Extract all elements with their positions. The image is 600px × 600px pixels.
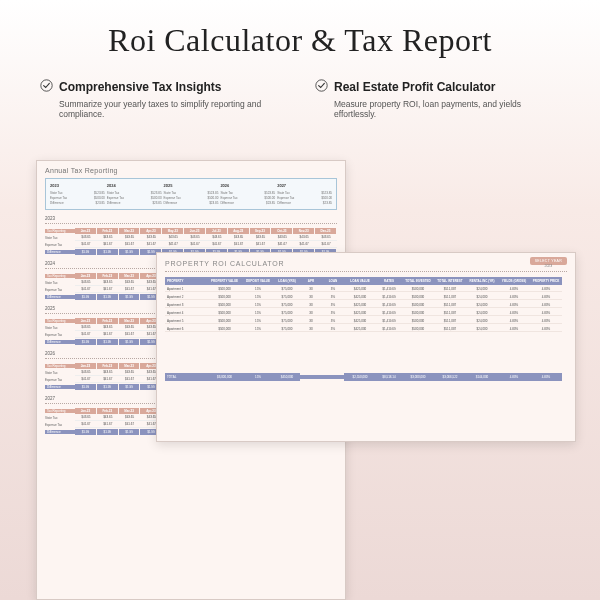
roi-cell: $511,087 [434, 295, 466, 300]
tax-cell: $41.67 [140, 241, 162, 248]
tax-cell: $43.65 [140, 234, 162, 241]
roi-cell: $425,000 [344, 287, 376, 292]
tax-cell: Jan-23 [75, 318, 96, 324]
roi-cell: TOTAL INVESTED [402, 277, 434, 285]
roi-cell: 4.80% [498, 327, 530, 332]
roi-cell: 4.80% [530, 311, 562, 316]
feature-desc: Summarize your yearly taxes to simplify … [59, 99, 285, 119]
roi-cell: 30 [300, 311, 322, 316]
tax-row-label: Tax Reporting [45, 319, 75, 323]
roi-cell: 15% [242, 319, 274, 324]
roi-cell: $2,550,000 [344, 373, 376, 381]
roi-data-row: Apartment 6$500,00015%$75,000303%$425,00… [165, 325, 567, 333]
check-icon [40, 79, 53, 95]
roi-cell: Apartment 6 [165, 327, 207, 332]
roi-cell: 3% [322, 311, 344, 316]
tax-cell: $41.67 [119, 421, 141, 428]
tax-cell: $43.65 [228, 234, 250, 241]
roi-data-row: Apartment 4$500,00015%$75,000303%$425,00… [165, 309, 567, 317]
roi-cell: $3,066,522 [434, 373, 466, 381]
roi-cell: $425,000 [344, 303, 376, 308]
tax-cell: $43.65 [75, 279, 97, 286]
tax-cell: $1.99 [75, 384, 96, 390]
tax-cell: $43.65 [250, 234, 272, 241]
tax-row-label: State Tax [45, 416, 75, 420]
tax-cell: Jul-23 [206, 228, 227, 234]
tax-cell: $1.99 [119, 429, 140, 435]
roi-cell: $75,000 [274, 295, 300, 300]
summary-col: 2027State Tax$523.85Expense Tax$500.00Di… [277, 183, 332, 205]
tax-row-label: Tax Reporting [45, 229, 75, 233]
tax-cell: $43.65 [184, 234, 206, 241]
roi-cell: $24,000 [466, 327, 498, 332]
tax-cell: $41.67 [75, 331, 97, 338]
tax-row-label: State Tax [45, 236, 75, 240]
roi-cell: TOTAL [165, 373, 207, 381]
tax-cell: $43.65 [97, 369, 119, 376]
roi-cell: $3,000,000 [207, 373, 242, 381]
roi-cell: 4.80% [498, 373, 530, 381]
tax-cell: $41.67 [97, 376, 119, 383]
tax-cell: $41.67 [119, 331, 141, 338]
roi-cell: 4.80% [530, 319, 562, 324]
tax-cell: Feb-23 [97, 228, 118, 234]
tax-cell: $41.67 [97, 286, 119, 293]
roi-cell: $425,000 [344, 327, 376, 332]
tax-cell: $43.65 [119, 369, 141, 376]
tax-cell: $41.67 [315, 241, 337, 248]
roi-cell: Apartment 1 [165, 287, 207, 292]
roi-cell: LOAN VALUE [344, 277, 376, 285]
tax-row-label: Expense Tax [45, 378, 75, 382]
roi-data-row: Apartment 5$500,00015%$75,000303%$425,00… [165, 317, 567, 325]
tax-cell: $43.65 [206, 234, 228, 241]
roi-cell: $425,000 [344, 295, 376, 300]
tax-row: Tax ReportingJan-23Feb-23Mar-23Apr-23May… [45, 227, 337, 234]
tax-row-label: State Tax [45, 371, 75, 375]
roi-cell: 4.80% [498, 287, 530, 292]
tax-row: State Tax$43.65$43.65$43.65$43.65$43.65$… [45, 234, 337, 241]
summary-col: 2023State Tax$523.85Expense Tax$500.00Di… [50, 183, 105, 205]
tax-row-label: Expense Tax [45, 333, 75, 337]
roi-cell: $511,087 [434, 303, 466, 308]
summary-year: 2026 [220, 183, 275, 188]
roi-cell: $75,000 [274, 327, 300, 332]
roi-cell: $3,000,000 [402, 373, 434, 381]
tax-cell: $43.65 [119, 414, 141, 421]
roi-table: PROPERTYPROPERTY VALUEDEPOSIT VALUELOAN … [165, 277, 567, 381]
roi-cell: 15% [242, 373, 274, 381]
svg-point-0 [41, 80, 52, 91]
tax-cell: $41.67 [184, 241, 206, 248]
roi-cell: DEPOSIT VALUE [242, 277, 274, 285]
tax-cell: Mar-23 [119, 363, 140, 369]
roi-cell: 3% [322, 319, 344, 324]
summary-col: 2026State Tax$523.85Expense Tax$500.00Di… [220, 183, 275, 205]
tax-cell: Feb-23 [97, 273, 118, 279]
roi-cell: LOAN (YRS) [274, 277, 300, 285]
tax-cell: $43.65 [97, 324, 119, 331]
tax-cell: $1.99 [119, 339, 140, 345]
check-icon [315, 79, 328, 95]
tax-cell: Mar-23 [119, 318, 140, 324]
summary-year: 2024 [107, 183, 162, 188]
tax-cell: $1.99 [97, 429, 118, 435]
tax-cell: $43.65 [315, 234, 337, 241]
tax-row-label: Difference [45, 250, 75, 254]
page-title: Roi Calculator & Tax Report [0, 0, 600, 59]
tax-cell: Feb-23 [97, 318, 118, 324]
tax-cell: $41.67 [119, 241, 141, 248]
tax-cell: $1.99 [75, 294, 96, 300]
tax-cell: Feb-23 [97, 408, 118, 414]
tax-cell: Jan-23 [75, 273, 96, 279]
roi-cell: $511,087 [434, 287, 466, 292]
roi-cell: 4.80% [498, 303, 530, 308]
feature-roi-calculator: Real Estate Profit Calculator Measure pr… [315, 79, 560, 119]
roi-cell: 30 [300, 287, 322, 292]
tax-cell: $1.99 [75, 429, 96, 435]
tax-cell: $41.67 [75, 241, 97, 248]
roi-cell: 3% [322, 287, 344, 292]
tax-cell: $41.67 [97, 241, 119, 248]
roi-cell: $500,000 [402, 295, 434, 300]
roi-cell: $1,419.69 [376, 287, 402, 292]
tax-cell: $41.67 [75, 376, 97, 383]
tax-cell: $43.65 [119, 324, 141, 331]
